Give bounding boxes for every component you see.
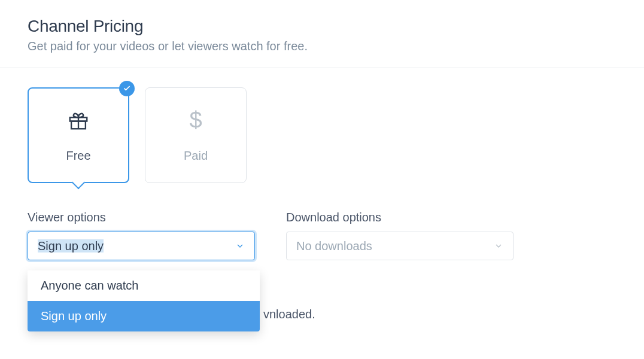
page-header: Channel Pricing Get paid for your videos… bbox=[0, 0, 644, 68]
viewer-options-label: Viewer options bbox=[28, 211, 255, 224]
viewer-options-group: Viewer options Sign up only bbox=[28, 211, 255, 260]
dropdown-item-signup[interactable]: Sign up only bbox=[28, 301, 260, 331]
gift-icon bbox=[67, 108, 90, 132]
card-free-label: Free bbox=[66, 149, 90, 163]
download-options-value: No downloads bbox=[296, 239, 494, 253]
chevron-down-icon bbox=[235, 241, 245, 251]
page-subtitle: Get paid for your videos or let viewers … bbox=[28, 39, 616, 53]
pricing-cards: Free $ Paid bbox=[28, 87, 616, 183]
card-paid-label: Paid bbox=[184, 149, 208, 163]
page-title: Channel Pricing bbox=[28, 17, 616, 36]
dropdown-item-anyone[interactable]: Anyone can watch bbox=[28, 270, 260, 301]
viewer-options-dropdown: Anyone can watch Sign up only bbox=[28, 270, 260, 331]
content-area: Free $ Paid Viewer options Sign up only … bbox=[0, 68, 644, 279]
dollar-icon: $ bbox=[189, 108, 202, 132]
download-options-label: Download options bbox=[286, 211, 514, 224]
download-options-group: Download options No downloads bbox=[286, 211, 514, 260]
download-options-select[interactable]: No downloads bbox=[286, 232, 514, 260]
viewer-options-select[interactable]: Sign up only bbox=[28, 232, 255, 260]
card-paid[interactable]: $ Paid bbox=[145, 87, 247, 183]
viewer-options-value: Sign up only bbox=[38, 239, 235, 253]
check-icon bbox=[119, 81, 135, 96]
chevron-down-icon bbox=[494, 241, 503, 251]
partial-hint-text: vnloaded. bbox=[263, 308, 315, 321]
card-free[interactable]: Free bbox=[28, 87, 129, 183]
options-row: Viewer options Sign up only Download opt… bbox=[28, 211, 616, 260]
